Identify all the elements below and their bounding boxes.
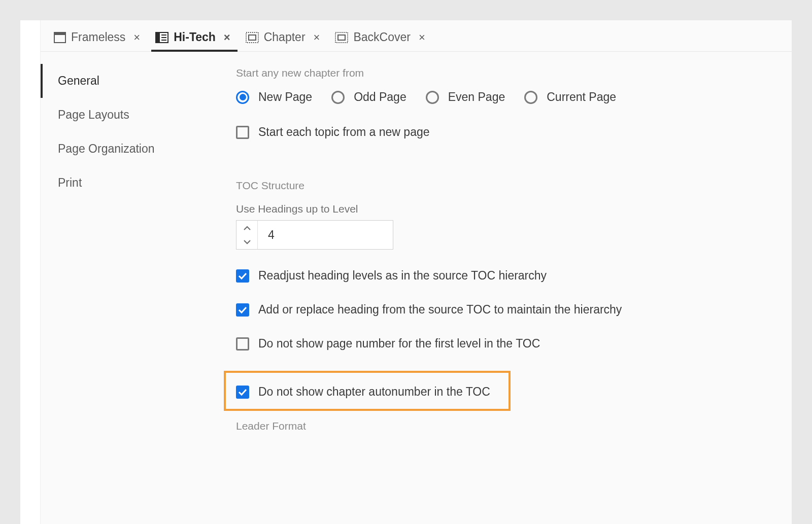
radio-icon: [426, 91, 439, 104]
tab-label: Chapter: [264, 30, 306, 44]
leader-format-label: Leader Format: [236, 420, 782, 432]
checkbox-icon: [236, 269, 249, 283]
tab-bar: Frameless × Hi-Tech × Chapter ×: [41, 20, 792, 52]
svg-rect-3: [156, 32, 160, 43]
stepper-up-icon[interactable]: [236, 221, 257, 235]
page-outline-icon: [335, 32, 348, 43]
svg-rect-7: [246, 32, 258, 43]
sidebar-item-label: Print: [58, 176, 82, 189]
stepper-down-icon[interactable]: [236, 235, 257, 249]
close-icon[interactable]: ×: [311, 31, 323, 44]
add-replace-heading-checkbox[interactable]: Add or replace heading from the source T…: [236, 303, 782, 317]
sidebar-item-label: Page Layouts: [58, 108, 129, 121]
hide-page-number-checkbox[interactable]: Do not show page number for the first le…: [236, 337, 782, 351]
chapter-from-radios: New Page Odd Page Even Page Current Page: [236, 90, 782, 104]
checkbox-label: Readjust heading levels as in the source…: [258, 269, 547, 283]
sidebar-item-general[interactable]: General: [41, 64, 226, 98]
tab-hitech[interactable]: Hi-Tech ×: [151, 25, 238, 51]
stepper-buttons: [236, 221, 258, 249]
body: General Page Layouts Page Organization P…: [41, 52, 792, 524]
checkbox-icon: [236, 126, 249, 139]
tab-backcover[interactable]: BackCover ×: [331, 25, 432, 51]
main-area: Frameless × Hi-Tech × Chapter ×: [41, 20, 792, 524]
radio-label: Current Page: [547, 90, 616, 104]
settings-window: Frameless × Hi-Tech × Chapter ×: [20, 20, 792, 524]
checkbox-label: Do not show chapter autonumber in the TO…: [258, 385, 490, 399]
radio-current-page[interactable]: Current Page: [524, 90, 616, 104]
radio-icon: [236, 91, 249, 104]
sidebar-item-label: Page Organization: [58, 142, 155, 155]
content-panel: Start any new chapter from New Page Odd …: [226, 52, 792, 524]
sidebar-item-page-organization[interactable]: Page Organization: [41, 132, 226, 166]
checkbox-label: Add or replace heading from the source T…: [258, 303, 622, 317]
radio-even-page[interactable]: Even Page: [426, 90, 505, 104]
radio-icon: [524, 91, 537, 104]
readjust-headings-checkbox[interactable]: Readjust heading levels as in the source…: [236, 269, 782, 283]
radio-odd-page[interactable]: Odd Page: [331, 90, 407, 104]
tab-frameless[interactable]: Frameless ×: [50, 25, 147, 51]
toc-structure-label: TOC Structure: [236, 180, 782, 192]
close-icon[interactable]: ×: [221, 31, 233, 44]
layout-icon: [155, 32, 168, 43]
tab-label: Hi-Tech: [174, 30, 216, 44]
sidebar-item-label: General: [58, 74, 99, 87]
checkbox-label: Do not show page number for the first le…: [258, 337, 540, 351]
checkbox-icon: [236, 386, 249, 399]
tab-label: Frameless: [71, 30, 125, 44]
radio-label: Odd Page: [354, 90, 407, 104]
panel-icon: [54, 32, 66, 43]
left-gutter: [20, 20, 41, 524]
radio-icon: [331, 91, 345, 104]
start-each-topic-checkbox[interactable]: Start each topic from a new page: [236, 125, 782, 139]
radio-new-page[interactable]: New Page: [236, 90, 312, 104]
svg-rect-10: [338, 35, 345, 40]
radio-label: Even Page: [448, 90, 505, 104]
highlighted-option: Do not show chapter autonumber in the TO…: [224, 371, 511, 411]
sidebar-item-print[interactable]: Print: [41, 166, 226, 200]
page-outline-icon: [246, 32, 259, 43]
chapter-from-label: Start any new chapter from: [236, 67, 782, 79]
tab-chapter[interactable]: Chapter ×: [242, 25, 327, 51]
close-icon[interactable]: ×: [130, 31, 143, 44]
headings-level-label: Use Headings up to Level: [236, 203, 782, 215]
checkbox-icon: [236, 303, 249, 317]
svg-rect-9: [335, 32, 348, 43]
close-icon[interactable]: ×: [416, 31, 428, 44]
tab-label: BackCover: [353, 30, 410, 44]
checkbox-icon: [236, 337, 249, 351]
checkbox-label: Start each topic from a new page: [258, 125, 430, 139]
sidebar: General Page Layouts Page Organization P…: [41, 52, 226, 524]
headings-level-stepper[interactable]: 4: [236, 220, 393, 250]
hide-autonumber-checkbox[interactable]: Do not show chapter autonumber in the TO…: [236, 385, 498, 399]
svg-rect-8: [249, 35, 256, 40]
svg-rect-1: [54, 32, 65, 35]
radio-label: New Page: [258, 90, 312, 104]
sidebar-item-page-layouts[interactable]: Page Layouts: [41, 98, 226, 132]
stepper-value: 4: [258, 221, 393, 249]
